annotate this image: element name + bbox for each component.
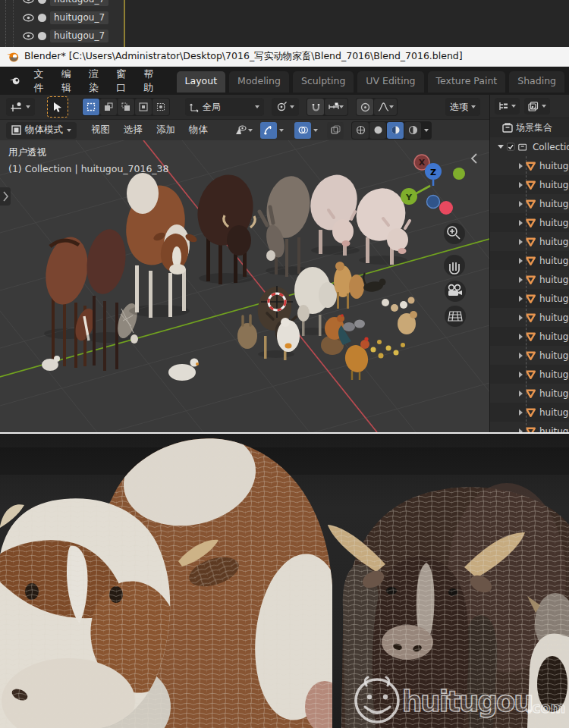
- xray-toggle-icon[interactable]: [327, 122, 344, 139]
- gizmo-z-neg-ball[interactable]: [427, 196, 440, 209]
- menu-render[interactable]: 渲染: [82, 64, 109, 98]
- object-black-bull[interactable]: [191, 170, 259, 284]
- gizmo-x-ball[interactable]: X: [419, 158, 426, 168]
- menu-file[interactable]: 文件: [27, 64, 54, 98]
- select-intersect-icon[interactable]: [152, 99, 169, 115]
- expand-arrow-icon[interactable]: [519, 334, 523, 340]
- menu-select[interactable]: 选择: [117, 121, 149, 139]
- pivot-point-dropdown[interactable]: [272, 98, 299, 116]
- object-black-cat[interactable]: [363, 273, 385, 293]
- tab-uv-editing[interactable]: UV Editing: [357, 71, 423, 93]
- select-subtract-icon[interactable]: [118, 99, 134, 115]
- outliner-object-row[interactable]: huitugou_70: [490, 384, 569, 403]
- outliner-object-row[interactable]: huitugou_70: [490, 327, 569, 346]
- outliner-object-row[interactable]: huitugou_7: [0, 0, 124, 8]
- tab-modeling[interactable]: Modeling: [229, 71, 289, 93]
- object-white-duck[interactable]: [168, 359, 199, 381]
- options-dropdown[interactable]: 选项: [445, 98, 480, 116]
- shading-material-icon[interactable]: [387, 122, 404, 139]
- outliner-object-row[interactable]: huitugou_70: [490, 270, 569, 289]
- panel-divider[interactable]: [124, 0, 125, 47]
- object-yellow-chicks[interactable]: [371, 340, 406, 359]
- viewport-3d[interactable]: 用户透视 (1) Collection | huitugou_7016_38 X…: [0, 140, 489, 432]
- eye-icon[interactable]: [23, 14, 34, 22]
- outliner-object-row[interactable]: huitugou_70: [490, 156, 569, 175]
- expand-arrow-icon[interactable]: [519, 258, 523, 264]
- object-white-bird[interactable]: [42, 356, 60, 371]
- overlays-toggle-icon[interactable]: [294, 122, 311, 139]
- object-tan-goats[interactable]: [334, 262, 364, 309]
- shading-rendered-icon[interactable]: [404, 122, 421, 139]
- screen-visibility-icon[interactable]: [37, 0, 47, 5]
- scene-collection-row[interactable]: 场景集合: [490, 118, 569, 137]
- expand-arrow-icon[interactable]: [519, 372, 523, 378]
- outliner-object-row[interactable]: huitugou_70: [490, 213, 569, 232]
- expand-arrow-icon[interactable]: [519, 220, 523, 226]
- outliner-object-row[interactable]: huitugou_70: [490, 308, 569, 327]
- shading-wireframe-icon[interactable]: [352, 122, 369, 139]
- gizmo-x-neg-ball[interactable]: [439, 201, 453, 215]
- navigation-axis-gizmo[interactable]: X Z Y: [401, 155, 465, 215]
- mode-dropdown[interactable]: 物体模式: [6, 122, 77, 139]
- menu-help[interactable]: 帮助: [137, 64, 164, 98]
- expand-arrow-icon[interactable]: [519, 201, 523, 207]
- menu-add[interactable]: 添加: [149, 121, 182, 139]
- outliner-object-row[interactable]: huitugou_7: [0, 27, 124, 45]
- outliner-object-row[interactable]: huitugou_70: [490, 232, 569, 251]
- toolbar-expand-tab[interactable]: [0, 187, 11, 206]
- select-box-tool-button[interactable]: [47, 96, 68, 118]
- outliner-object-row[interactable]: huitugou_70: [490, 422, 569, 432]
- expand-arrow-icon[interactable]: [519, 277, 523, 283]
- object-gray-donkey[interactable]: [259, 173, 315, 277]
- display-mode-dropdown[interactable]: [524, 98, 550, 115]
- eye-icon[interactable]: [23, 32, 34, 40]
- gizmo-visibility-dropdown[interactable]: [234, 125, 253, 136]
- collapse-arrow-icon[interactable]: [498, 145, 504, 149]
- proportional-editing-icon[interactable]: [357, 99, 373, 115]
- menu-view[interactable]: 视图: [84, 121, 117, 139]
- gizmo-z-ball[interactable]: Z: [430, 168, 436, 177]
- outliner-object-row[interactable]: huitugou_70: [490, 194, 569, 213]
- gizmo-y-neg-ball[interactable]: [453, 168, 465, 180]
- outliner-object-row[interactable]: huitugou_70: [490, 251, 569, 270]
- active-tool-dropdown[interactable]: [6, 98, 35, 116]
- object-rabbit[interactable]: [237, 315, 257, 349]
- gizmo-y-ball[interactable]: Y: [405, 193, 413, 202]
- screen-visibility-icon[interactable]: [37, 31, 47, 41]
- object-kittens[interactable]: [382, 297, 415, 312]
- object-rooster[interactable]: [338, 325, 370, 380]
- select-set-icon[interactable]: [83, 99, 99, 115]
- transform-orientation-dropdown[interactable]: 全局: [185, 98, 264, 116]
- expand-arrow-icon[interactable]: [519, 410, 523, 416]
- perspective-toggle-button[interactable]: [445, 306, 466, 327]
- snap-target-dropdown[interactable]: [325, 99, 347, 115]
- zoom-button[interactable]: [444, 223, 465, 244]
- eye-icon[interactable]: [23, 0, 34, 4]
- expand-arrow-icon[interactable]: [519, 391, 523, 397]
- expand-arrow-icon[interactable]: [519, 239, 523, 245]
- outliner-object-row[interactable]: huitugou_70: [490, 175, 569, 194]
- object-pigeons[interactable]: [343, 320, 365, 332]
- editor-type-dropdown[interactable]: [495, 98, 520, 115]
- pan-hand-button[interactable]: [444, 255, 465, 276]
- tab-shading[interactable]: Shading: [509, 71, 564, 93]
- select-extend-icon[interactable]: [100, 99, 117, 115]
- shading-solid-icon[interactable]: [369, 122, 386, 139]
- sidebar-collapse-arrow[interactable]: [472, 154, 476, 163]
- collection-row[interactable]: Collection: [490, 137, 569, 156]
- tab-texture-paint[interactable]: Texture Paint: [428, 71, 506, 93]
- menu-window[interactable]: 窗口: [109, 64, 137, 98]
- expand-arrow-icon[interactable]: [519, 315, 523, 321]
- outliner-object-row[interactable]: huitugou_70: [490, 365, 569, 384]
- expand-arrow-icon[interactable]: [519, 182, 523, 188]
- outliner-object-row[interactable]: huitugou_7: [0, 8, 124, 27]
- select-invert-icon[interactable]: [135, 99, 152, 115]
- tab-sculpting[interactable]: Sculpting: [293, 71, 354, 93]
- object-hen-2[interactable]: [398, 311, 417, 334]
- gizmos-toggle-icon[interactable]: [260, 122, 277, 139]
- outliner-object-row[interactable]: huitugou_70: [490, 403, 569, 422]
- collection-checkbox[interactable]: [507, 142, 515, 152]
- menu-object[interactable]: 物体: [182, 121, 215, 139]
- expand-arrow-icon[interactable]: [519, 163, 523, 169]
- expand-arrow-icon[interactable]: [519, 296, 523, 302]
